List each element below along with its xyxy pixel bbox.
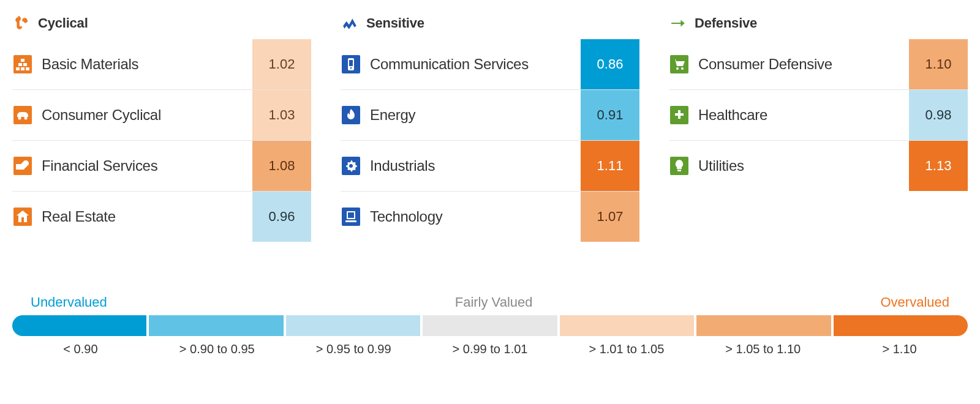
svg-rect-5	[21, 67, 24, 70]
sector-row: Technology 1.07	[341, 191, 639, 242]
valuation-table: Cyclical Basic Materials 1.02 Consumer C…	[12, 7, 968, 242]
sector-value: 0.98	[909, 90, 968, 140]
column-defensive: Defensive Consumer Defensive 1.10 Health…	[669, 7, 968, 242]
column-header-sensitive: Sensitive	[341, 7, 639, 39]
sector-value: 1.02	[252, 39, 311, 89]
cycle-icon	[13, 15, 29, 31]
legend-range: > 1.01 to 1.05	[558, 342, 695, 356]
sector-row: Consumer Defensive 1.10	[669, 39, 968, 89]
svg-rect-15	[21, 217, 24, 222]
legend-range: > 0.95 to 0.99	[285, 342, 422, 356]
legend-seg	[696, 315, 831, 336]
sector-value: 1.08	[252, 141, 311, 191]
utilities-icon	[670, 157, 688, 175]
column-header-cyclical: Cyclical	[12, 7, 311, 39]
sector-label: Consumer Defensive	[698, 56, 832, 73]
svg-rect-2	[18, 63, 22, 66]
svg-point-13	[21, 162, 27, 168]
sector-row: Communication Services 0.86	[341, 39, 639, 89]
legend-label-undervalued: Undervalued	[31, 294, 107, 310]
legend-seg	[560, 315, 694, 336]
sector-label: Energy	[370, 107, 415, 124]
legend-seg	[149, 315, 283, 336]
consumer-cyclical-icon	[13, 106, 32, 124]
svg-rect-1	[21, 59, 24, 62]
svg-rect-0	[13, 55, 32, 73]
svg-rect-25	[348, 212, 354, 218]
sector-label: Real Estate	[42, 208, 116, 225]
column-header-label: Defensive	[695, 15, 757, 31]
column-header-label: Sensitive	[366, 15, 424, 31]
sector-label: Communication Services	[370, 56, 529, 73]
legend-range: < 0.90	[12, 342, 149, 356]
legend-range: > 1.05 to 1.10	[695, 342, 831, 356]
sector-row: Consumer Cyclical 1.03	[12, 89, 311, 140]
consumer-defensive-icon	[670, 55, 688, 73]
sector-label: Industrials	[370, 157, 435, 174]
legend-ranges: < 0.90 > 0.90 to 0.95 > 0.95 to 0.99 > 0…	[12, 342, 968, 356]
technology-icon	[342, 208, 360, 226]
sector-label: Technology	[370, 208, 442, 225]
column-cyclical: Cyclical Basic Materials 1.02 Consumer C…	[12, 7, 311, 242]
legend-seg	[12, 315, 146, 336]
legend-color-bar	[12, 315, 968, 336]
legend-label-fairly-valued: Fairly Valued	[455, 294, 533, 310]
sector-value: 1.03	[252, 90, 311, 140]
svg-rect-32	[677, 170, 681, 171]
svg-rect-6	[26, 67, 29, 70]
svg-point-28	[676, 67, 679, 70]
svg-point-22	[349, 164, 353, 168]
sector-label: Basic Materials	[42, 56, 138, 73]
svg-rect-26	[345, 220, 356, 222]
svg-point-19	[350, 67, 352, 69]
sector-row: Real Estate 0.96	[12, 191, 311, 242]
healthcare-icon	[670, 106, 688, 124]
sector-value: 0.86	[581, 39, 639, 89]
sector-value: 0.96	[252, 192, 311, 242]
svg-rect-3	[23, 63, 27, 66]
communication-icon	[342, 55, 360, 73]
energy-icon	[342, 106, 360, 124]
sector-row: Basic Materials 1.02	[12, 39, 311, 89]
arrow-icon	[670, 15, 686, 31]
svg-rect-18	[349, 60, 353, 66]
sector-value: 0.91	[581, 90, 639, 140]
column-header-defensive: Defensive	[669, 7, 968, 39]
sector-row: Healthcare 0.98	[669, 89, 968, 140]
legend-seg	[834, 315, 968, 336]
legend-range: > 1.10	[831, 342, 968, 356]
column-header-label: Cyclical	[38, 15, 88, 31]
legend-seg	[423, 315, 557, 336]
column-sensitive: Sensitive Communication Services 0.86 En…	[341, 7, 639, 242]
financial-services-icon	[13, 157, 32, 175]
legend-range: > 0.90 to 0.95	[149, 342, 285, 356]
sector-row: Financial Services 1.08	[12, 140, 311, 191]
legend-seg	[286, 315, 420, 336]
svg-point-29	[681, 67, 684, 70]
industrials-icon	[342, 157, 360, 175]
svg-point-8	[18, 117, 21, 120]
valuation-legend: Undervalued Fairly Valued Overvalued < 0…	[12, 294, 968, 356]
svg-point-9	[24, 117, 28, 120]
legend-label-overvalued: Overvalued	[880, 294, 949, 310]
sector-row: Utilities 1.13	[669, 140, 968, 191]
real-estate-icon	[13, 208, 32, 226]
svg-rect-4	[16, 67, 20, 70]
sector-label: Financial Services	[42, 157, 157, 174]
trend-icon	[342, 15, 358, 31]
sector-row: Industrials 1.11	[341, 140, 639, 191]
sector-label: Healthcare	[698, 107, 767, 124]
sector-value: 1.11	[581, 141, 639, 191]
sector-label: Consumer Cyclical	[42, 107, 161, 124]
sector-label: Utilities	[698, 157, 744, 174]
sector-value: 1.10	[909, 39, 968, 89]
basic-materials-icon	[13, 55, 32, 73]
sector-value: 1.13	[909, 141, 968, 191]
sector-row: Energy 0.91	[341, 89, 639, 140]
legend-range: > 0.99 to 1.01	[422, 342, 559, 356]
sector-value: 1.07	[581, 192, 639, 242]
